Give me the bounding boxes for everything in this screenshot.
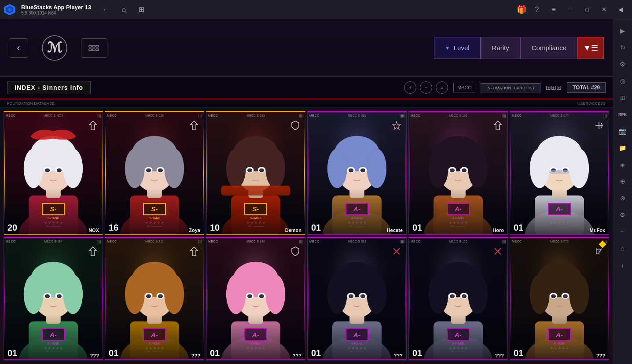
nav-home-button[interactable]: ⌂ <box>116 2 132 18</box>
card-mbcc-label: MBCC <box>309 240 320 243</box>
card-id-label: MBCC-S-120 <box>449 240 467 243</box>
card-???[interactable]: MBCC MBCC-S-084 ||||| A- A-RANK ✧ ✧ ✧ ✧ … <box>4 237 103 361</box>
game-header: ‹ ℳ ▼ Level <box>0 19 613 77</box>
card-id-label: MBCC-S-092 <box>348 240 366 243</box>
gift-icon[interactable]: 🎁 <box>517 5 526 15</box>
rank-letter: A- <box>556 331 563 338</box>
filter-apply-button[interactable]: ▼☰ <box>577 37 604 59</box>
sidebar-folder-icon[interactable]: 📁 <box>615 140 631 156</box>
sidebar-plus-icon[interactable]: ⊕ <box>615 173 631 189</box>
card-bottom-accent <box>4 234 103 235</box>
rank-text: A-RANK <box>554 217 565 220</box>
card-???[interactable]: MBCC MBCC-S-120 ||||| A- A-RANK ✧ ✧ ✧ ✧ … <box>408 237 508 361</box>
card-mbcc-label: MBCC <box>512 240 522 243</box>
card-id-label: MBCC-S-038 <box>145 114 164 117</box>
card-zoya[interactable]: MBCC MBCC-S-038 ||||| S- S-RANK ✧ ✧ ✧ ✧ … <box>105 111 204 235</box>
rank-text: S-RANK <box>149 217 160 220</box>
sidebar-play-icon[interactable]: ▶ <box>615 23 631 39</box>
mbcc-badge: MBCC <box>453 83 475 92</box>
card-???[interactable]: MBCC MBCC-S-311 ||||| A- A-RANK ✧ ✧ ✧ ✧ … <box>105 237 204 361</box>
card-left-accent <box>4 250 5 348</box>
prev-button[interactable]: ◀ <box>613 2 628 18</box>
sort-desc-button[interactable]: − <box>420 81 432 94</box>
sidebar-home-icon[interactable]: ⌂ <box>615 240 631 256</box>
grid-view-button[interactable]: ⊞⊞⊞ <box>546 84 562 91</box>
compliance-filter-label: Compliance <box>532 44 566 51</box>
level-filter-button[interactable]: ▼ Level <box>434 37 481 59</box>
card-bar-label: ||||| <box>502 114 506 117</box>
rank-badge: A- <box>447 328 470 341</box>
app-title-group: BlueStacks App Player 13 5.9.300.1014 N6… <box>21 4 91 15</box>
close-button[interactable]: ✕ <box>596 2 612 18</box>
card-bar-label: ||||| <box>97 240 101 243</box>
sidebar-back-icon[interactable]: ← <box>615 224 631 239</box>
minimize-button[interactable]: — <box>562 2 578 18</box>
card-right-accent <box>304 250 305 348</box>
svg-rect-8 <box>89 49 92 51</box>
sidebar-down-icon[interactable]: ↓ <box>615 257 631 273</box>
card-demon[interactable]: MBCC MBCC-S-013 ||||| S- S-RANK ✧ ✧ ✧ ✧ … <box>206 111 305 235</box>
index-right: + − ≡ MBCC INFOMATION CARD LIST ⊞⊞⊞ TOTA… <box>404 81 606 94</box>
nav-multi-button[interactable]: ⊞ <box>133 2 149 18</box>
card-left-accent <box>510 125 511 222</box>
card-horo[interactable]: MBCC MBCC-S-186 ||||| A- A-RANK ✧ ✧ ✧ ✧ … <box>408 111 508 235</box>
card-???[interactable]: MBCC MBCC-S-092 ||||| A- A-RANK ✧ ✧ ✧ ✧ … <box>307 237 407 361</box>
sidebar-grid-icon[interactable]: ⊞ <box>615 90 631 106</box>
card-id-label: MBCC-S-019 <box>348 114 366 117</box>
card-nox[interactable]: MBCC MBCC-S-NOX ||||| S- S-RANK ✧ ✧ ✧ ✧ … <box>4 111 103 235</box>
card-character-name: ??? <box>191 353 200 358</box>
rank-letter: S- <box>151 205 158 213</box>
sort-other-button[interactable]: ≡ <box>436 81 448 94</box>
card-hecate[interactable]: MBCC MBCC-S-019 ||||| A- A-RANK ✧ ✧ ✧ ✧ … <box>307 111 407 235</box>
header-logo: ℳ <box>37 30 72 66</box>
card-???[interactable]: MBCC MBCC-S-076 ||||| A- A-RANK ✧ ✧ ✧ ✧ … <box>510 237 609 361</box>
compliance-filter-button[interactable]: Compliance <box>521 37 577 59</box>
sidebar-gear-icon[interactable]: ⚙ <box>615 207 631 223</box>
info-button[interactable]: INFOMATION CARD LIST <box>481 83 540 92</box>
sidebar-rpk-icon[interactable]: RPK <box>615 107 631 122</box>
nav-back-button[interactable]: ← <box>98 2 114 18</box>
rank-badge: A- <box>548 203 571 215</box>
rank-letter: A- <box>252 331 259 338</box>
rank-badge: S- <box>143 203 166 215</box>
rarity-filter-button[interactable]: Rarity <box>481 37 520 59</box>
card-mrfox[interactable]: MBCC MBCC-S-077 ||||| A- A-RANK ✧ ✧ ✧ ✧ … <box>510 111 609 235</box>
card-class-icon <box>390 119 403 132</box>
card-???[interactable]: MBCC MBCC-S-148 ||||| A- A-RANK ✧ ✧ ✧ ✧ … <box>206 237 305 361</box>
svg-rect-6 <box>92 45 95 47</box>
sidebar-target-icon[interactable]: ◎ <box>615 73 631 89</box>
card-character-name: Horo <box>492 228 504 233</box>
card-class-icon <box>492 119 504 132</box>
rank-letter: S- <box>50 205 57 213</box>
card-left-accent <box>510 250 511 348</box>
card-mbcc-label: MBCC <box>411 114 421 117</box>
maximize-button[interactable]: □ <box>579 2 595 18</box>
rank-badge: A- <box>548 328 571 341</box>
card-bar-label: ||||| <box>97 114 101 117</box>
rank-badge: A- <box>42 328 65 341</box>
card-character-name: Hecate <box>387 228 403 233</box>
sort-asc-button[interactable]: + <box>404 81 416 94</box>
sidebar-diamond-icon[interactable]: ◈ <box>615 157 631 173</box>
sidebar-rotate-icon[interactable]: ↻ <box>615 40 631 55</box>
card-scissors: ✂ -------- <box>349 349 364 354</box>
card-class-icon <box>390 245 403 257</box>
header-network-button[interactable] <box>81 38 107 58</box>
card-bar-label: ||||| <box>502 240 506 243</box>
sidebar-camera-icon[interactable]: 📷 <box>615 123 631 139</box>
sidebar-settings-icon[interactable]: ⚙ <box>615 56 631 72</box>
rank-text: A-RANK <box>351 217 363 220</box>
svg-marker-40 <box>191 121 198 130</box>
card-right-accent <box>405 250 406 348</box>
help-button[interactable]: ? <box>529 2 545 18</box>
card-right-accent <box>405 125 406 222</box>
game-back-button[interactable]: ‹ <box>9 38 28 58</box>
rank-letter: A- <box>50 331 57 338</box>
titlebar-nav: ← ⌂ ⊞ <box>98 2 149 18</box>
card-class-icon <box>289 245 301 257</box>
sidebar-minus-icon[interactable]: ⊗ <box>615 190 631 206</box>
card-left-accent <box>308 125 309 222</box>
menu-button[interactable]: ≡ <box>546 2 562 18</box>
rank-badge: A- <box>244 328 267 341</box>
card-bottom-accent <box>510 359 609 360</box>
